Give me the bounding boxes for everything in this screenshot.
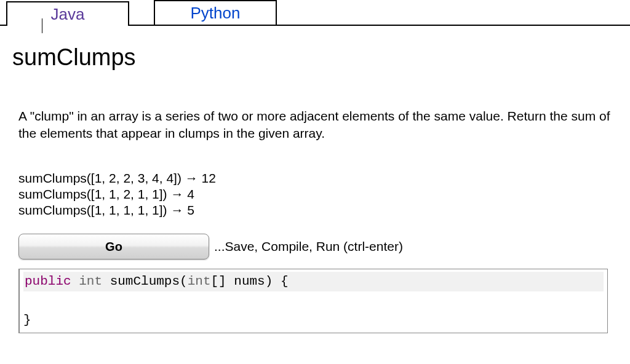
code-line [23,291,604,311]
example-result: 12 [202,171,216,185]
example-call: sumClumps([1, 2, 2, 3, 4, 4]) [18,171,181,185]
type-int: int [188,274,211,288]
arrow-icon: → [181,171,202,185]
example-call: sumClumps([1, 1, 2, 1, 1]) [18,187,167,201]
example-result: 5 [187,203,194,217]
problem-description: A "clump" in an array is a series of two… [18,108,612,143]
code-line: } [23,311,604,330]
go-button[interactable]: Go [18,234,209,259]
example-result: 4 [187,187,194,201]
code-editor[interactable]: public int sumClumps(int[] nums) { } [18,269,608,333]
example-call: sumClumps([1, 1, 1, 1, 1]) [18,203,167,217]
keyword-public: public [25,274,71,288]
tab-python[interactable]: Python [154,0,277,25]
arrow-icon: → [167,203,188,217]
params-tail: [] nums) { [211,274,289,288]
examples-block: sumClumps([1, 2, 2, 3, 4, 4]) → 12 sumCl… [18,170,612,219]
arrow-icon: → [167,187,188,201]
example-row: sumClumps([1, 1, 2, 1, 1]) → 4 [18,186,612,202]
action-row: Go ...Save, Compile, Run (ctrl-enter) [18,234,612,259]
action-hint: ...Save, Compile, Run (ctrl-enter) [214,239,403,254]
example-row: sumClumps([1, 1, 1, 1, 1]) → 5 [18,202,612,218]
type-int: int [79,274,102,288]
text-cursor [42,18,42,33]
problem-title: sumClumps [12,44,612,71]
example-row: sumClumps([1, 2, 2, 3, 4, 4]) → 12 [18,170,612,186]
language-tabs: Java Python [0,0,630,26]
tab-java[interactable]: Java [6,1,129,26]
code-line: public int sumClumps(int[] nums) { [23,272,604,291]
fn-name: sumClumps( [110,274,188,288]
problem-content: sumClumps A "clump" in an array is a ser… [0,26,630,346]
